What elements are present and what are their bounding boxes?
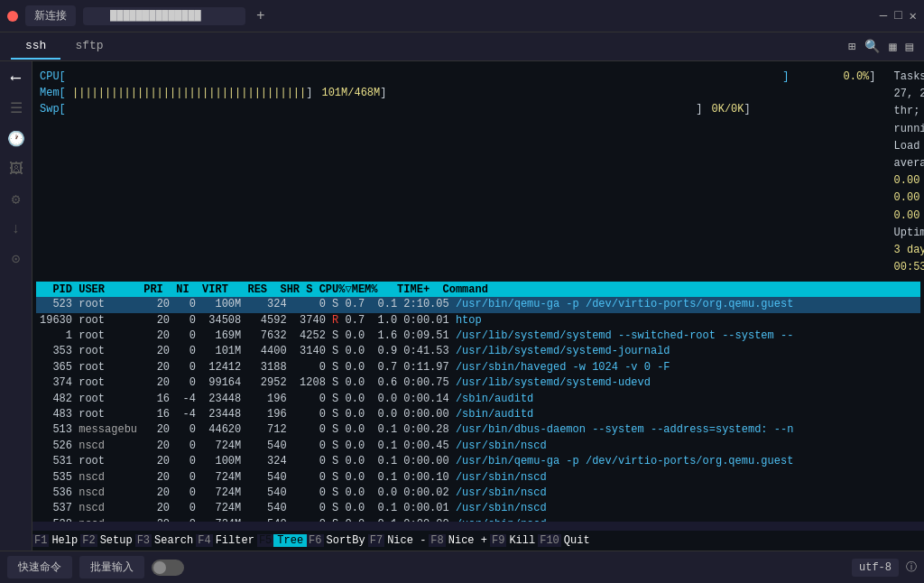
batch-input-button[interactable]: 批量输入 xyxy=(79,556,144,578)
process-header: PID USER PRI NI VIRT RES SHR S CPU%▽MEM%… xyxy=(36,282,920,297)
table-row[interactable]: 538 nscd 20 0 724M 540 0 S 0.0 0.1 0:00.… xyxy=(36,517,920,522)
fkey-num: F6 xyxy=(307,534,323,547)
sidebar-icon-back[interactable]: ⟵ xyxy=(12,69,21,87)
minimize-button[interactable]: — xyxy=(880,8,887,23)
stats-area: CPU[ ] 0.0% ] Mem[ |||||| xyxy=(36,67,920,278)
uptime-line: Uptime: 3 days, 00:53:45 xyxy=(894,225,924,277)
table-row[interactable]: 536 nscd 20 0 724M 540 0 S 0.0 0.0 0:00.… xyxy=(36,486,920,501)
toggle-switch[interactable] xyxy=(152,560,184,576)
info-icon[interactable]: ⓘ xyxy=(906,560,917,575)
fkey-label: Quit xyxy=(561,534,593,547)
table-row[interactable]: 483 root 16 -4 23448 196 0 S 0.0 0.0 0:0… xyxy=(36,407,920,422)
fkey-label: Tree xyxy=(273,534,307,547)
add-tab-button[interactable]: + xyxy=(256,8,265,24)
fkey-f7[interactable]: F7Nice - xyxy=(368,534,430,547)
sidebar-icon-download[interactable]: ↓ xyxy=(12,221,21,237)
search-icon[interactable]: 🔍 xyxy=(864,39,880,54)
fkey-label: Help xyxy=(49,534,80,547)
mem-bracket: ] xyxy=(306,85,312,101)
tab-ssh[interactable]: ssh xyxy=(11,33,60,60)
tab-bar: ssh sftp ⊞ 🔍 ▦ ▤ xyxy=(0,32,924,61)
fkey-num: F3 xyxy=(135,534,152,547)
fkey-num: F1 xyxy=(32,534,49,547)
tab-sftp[interactable]: sftp xyxy=(60,33,117,60)
sidebar-icon-circle[interactable]: ⊙ xyxy=(12,250,21,268)
fkey-label: SortBy xyxy=(324,534,368,547)
table-row[interactable]: 526 nscd 20 0 724M 540 0 S 0.0 0.1 0:00.… xyxy=(36,439,920,454)
bottom-right-area: utf-8 ⓘ xyxy=(852,559,917,577)
grid-icon[interactable]: ▦ xyxy=(889,39,896,54)
table-row[interactable]: 513 messagebu 20 0 44620 712 0 S 0.0 0.1… xyxy=(36,422,920,438)
fkey-label: Search xyxy=(152,534,196,547)
fkey-f10[interactable]: F10Quit xyxy=(538,534,592,547)
fkey-label: Kill xyxy=(506,534,538,547)
bottom-bar: 快速命令 批量输入 utf-8 ⓘ xyxy=(0,551,924,583)
fkey-num: F2 xyxy=(80,534,97,547)
process-rows: 523 root 20 0 100M 324 0 S 0.7 0.1 2:10.… xyxy=(36,297,920,522)
table-row[interactable]: 374 root 20 0 99164 2952 1208 S 0.0 0.6 … xyxy=(36,375,920,391)
cpu-label: CPU[ xyxy=(40,69,72,85)
maximize-button[interactable]: □ xyxy=(894,8,901,23)
fkey-num: F10 xyxy=(538,534,561,547)
quick-cmd-button[interactable]: 快速命令 xyxy=(7,556,72,578)
fkey-num: F8 xyxy=(429,534,445,547)
sidebar: ⟵ ☰ 🕐 🖼 ⚙ ↓ ⊙ xyxy=(0,61,32,561)
fkey-f2[interactable]: F2Setup xyxy=(80,534,134,547)
tasks-line: Tasks: 27, 24 thr; 1 running xyxy=(894,69,924,138)
mem-label: Mem[ xyxy=(40,85,72,101)
table-row[interactable]: 353 root 20 0 101M 4400 3140 S 0.0 0.9 0… xyxy=(36,344,920,359)
fkey-f1[interactable]: F1Help xyxy=(32,534,80,547)
window-controls: — □ ✕ xyxy=(880,8,917,23)
system-stats-right: Tasks: 27, 24 thr; 1 running Load averag… xyxy=(876,69,924,276)
swp-label: Swp[ xyxy=(40,101,72,117)
mem-bar: |||||||||||||||||||||||||||||||||||| xyxy=(72,85,306,101)
table-row[interactable]: 531 root 20 0 100M 324 0 S 0.0 0.1 0:00.… xyxy=(36,454,920,469)
table-row[interactable]: 523 root 20 0 100M 324 0 S 0.7 0.1 2:10.… xyxy=(36,297,920,312)
mem-usage: 101M/468M xyxy=(321,85,380,101)
sidebar-icon-menu[interactable]: ☰ xyxy=(10,99,23,117)
fkey-f3[interactable]: F3Search xyxy=(135,534,197,547)
swp-usage: 0K/0K xyxy=(712,101,744,117)
titlebar: 新连接 ██████████████ + — □ ✕ xyxy=(0,0,924,32)
cpu-bracket: ] xyxy=(782,69,789,85)
sidebar-icon-history[interactable]: 🕐 xyxy=(7,130,25,148)
table-row[interactable]: 482 root 16 -4 23448 196 0 S 0.0 0.0 0:0… xyxy=(36,392,920,407)
fkey-f9[interactable]: F9Kill xyxy=(490,534,538,547)
sidebar-icon-image[interactable]: 🖼 xyxy=(9,161,23,178)
fkey-f4[interactable]: F4Filter xyxy=(196,534,257,547)
cpu-bar xyxy=(72,69,782,85)
table-row[interactable]: 1 root 20 0 169M 7632 4252 S 0.0 1.6 0:0… xyxy=(36,329,920,344)
address-bar[interactable]: ██████████████ xyxy=(83,7,245,25)
table-row[interactable]: 19630 root 20 0 34508 4592 3740 R 0.7 1.… xyxy=(36,313,920,329)
fkey-f6[interactable]: F6SortBy xyxy=(307,534,368,547)
toggle-knob xyxy=(153,561,166,574)
close-window-button[interactable]: ✕ xyxy=(910,8,917,23)
fkey-label: Nice + xyxy=(446,534,490,547)
fkey-f5[interactable]: F5Tree xyxy=(257,534,307,547)
fkey-f8[interactable]: F8Nice + xyxy=(429,534,490,547)
fkey-label: Nice - xyxy=(384,534,429,547)
load-line: Load average: 0.00 0.00 0.00 xyxy=(894,138,924,225)
process-table: PID USER PRI NI VIRT RES SHR S CPU%▽MEM%… xyxy=(36,282,920,522)
new-connection-button[interactable]: 新连接 xyxy=(25,5,76,26)
swp-bracket: ] xyxy=(696,101,702,117)
cpu-pct: 0.0% xyxy=(844,69,870,85)
tabbar-icons: ⊞ 🔍 ▦ ▤ xyxy=(848,39,913,54)
close-button[interactable] xyxy=(7,11,18,22)
fkey-label: Filter xyxy=(213,534,257,547)
fkey-num: F4 xyxy=(196,534,212,547)
function-key-bar: F1HelpF2SetupF3SearchF4FilterF5TreeF6Sor… xyxy=(32,531,924,551)
terminal-area[interactable]: CPU[ ] 0.0% ] Mem[ |||||| xyxy=(32,61,924,522)
table-row[interactable]: 535 nscd 20 0 724M 540 0 S 0.0 0.1 0:00.… xyxy=(36,470,920,486)
swp-bar xyxy=(72,101,696,117)
fkey-label: Setup xyxy=(97,534,135,547)
list-icon[interactable]: ▤ xyxy=(906,39,913,54)
fkey-num: F7 xyxy=(368,534,384,547)
sidebar-icon-settings[interactable]: ⚙ xyxy=(12,190,21,208)
fkey-num: F9 xyxy=(490,534,506,547)
table-row[interactable]: 537 nscd 20 0 724M 540 0 S 0.0 0.1 0:00.… xyxy=(36,501,920,516)
encoding-selector[interactable]: utf-8 xyxy=(852,559,899,577)
table-row[interactable]: 365 root 20 0 12412 3188 0 S 0.0 0.7 0:1… xyxy=(36,360,920,375)
expand-icon[interactable]: ⊞ xyxy=(848,39,855,54)
fkey-num: F5 xyxy=(257,534,273,547)
